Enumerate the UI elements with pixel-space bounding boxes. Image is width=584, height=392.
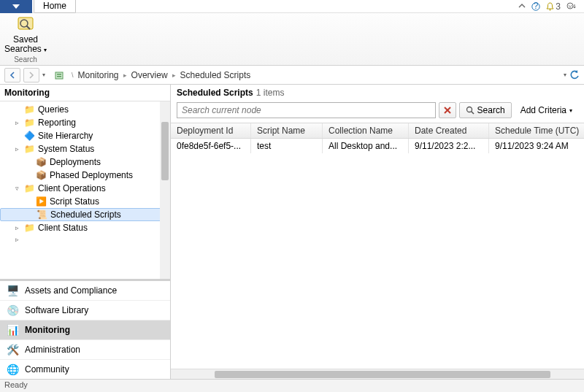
nav-back-button[interactable]	[4, 68, 20, 82]
content-header: Scheduled Scripts 1 items	[171, 85, 584, 102]
tree-item-label: Reporting	[38, 118, 76, 128]
table-body: 0fe8de5f-6ef5-...testAll Desktop and...9…	[171, 139, 584, 153]
help-icon[interactable]: ?	[531, 2, 540, 11]
tree-item-reporting[interactable]: ▹📁Reporting	[0, 116, 170, 129]
left-panel-header: Monitoring	[0, 85, 170, 101]
chevron-down-icon: ▾	[569, 107, 572, 114]
table-cell: test	[251, 139, 323, 153]
tree-item-queries[interactable]: 📁Queries	[0, 103, 170, 116]
system-menu-button[interactable]	[0, 0, 32, 13]
tree-item-label: Phased Deployments	[50, 170, 133, 180]
breadcrumb-monitoring[interactable]: Monitoring	[78, 70, 119, 80]
svg-rect-9	[55, 72, 63, 79]
ribbon-section-search: Search	[14, 55, 37, 64]
column-header[interactable]: Deployment Id	[171, 123, 251, 138]
table-cell: 9/11/2023 2:2...	[409, 139, 489, 153]
refresh-button[interactable]	[569, 70, 580, 80]
content-panel: Scheduled Scripts 1 items Search Add Cri…	[171, 85, 584, 379]
tree-item-label: Site Hierarchy	[38, 131, 93, 141]
content-item-count: 1 items	[256, 88, 285, 98]
horizontal-scrollbar[interactable]	[171, 369, 584, 379]
svg-rect-11	[57, 76, 61, 77]
tree-item-label: Client Status	[38, 223, 88, 233]
wunderbar-icon: 🖥️	[6, 285, 19, 296]
svg-point-2	[550, 9, 551, 10]
nav-forward-button[interactable]	[23, 68, 39, 82]
tree-scrollbar[interactable]	[160, 101, 170, 279]
wunderbar-monitoring[interactable]: 📊Monitoring	[0, 320, 170, 339]
results-table-wrap: Deployment IdScript NameCollection NameD…	[171, 123, 584, 379]
tree-item-client-operations[interactable]: ▿📁Client Operations	[0, 182, 170, 195]
search-button[interactable]: Search	[459, 102, 512, 118]
svg-rect-10	[57, 74, 61, 75]
tree-item-label: Queries	[38, 104, 69, 115]
tree-item-icon: 📁	[23, 183, 35, 193]
search-input[interactable]	[177, 102, 436, 118]
workspace: Monitoring 📁Queries▹📁Reporting🔷Site Hier…	[0, 85, 584, 379]
title-bar: Home ? 3	[0, 0, 584, 13]
search-bar: Search Add Criteria ▾	[171, 102, 584, 123]
scrollbar-thumb[interactable]	[215, 371, 550, 378]
tab-home[interactable]: Home	[34, 0, 76, 13]
add-criteria-button[interactable]: Add Criteria ▾	[515, 102, 578, 118]
wunderbar-administration[interactable]: 🛠️Administration	[0, 339, 170, 359]
wunderbar-assets-and-compliance[interactable]: 🖥️Assets and Compliance	[0, 280, 170, 300]
tree-item-scheduled-scripts[interactable]: 📜Scheduled Scripts	[0, 208, 170, 221]
breadcrumb-overview[interactable]: Overview	[131, 70, 168, 80]
wunderbar-icon: 📊	[6, 324, 19, 336]
column-header[interactable]: Date Created	[409, 123, 489, 138]
breadcrumb-scheduled-scripts[interactable]: Scheduled Scripts	[180, 70, 251, 80]
table-cell: 0fe8de5f-6ef5-...	[171, 139, 251, 153]
tree-item-icon: ▶️	[35, 196, 47, 207]
breadcrumb: \ Monitoring ▸ Overview ▸ Scheduled Scri…	[67, 70, 561, 80]
tree-item-label: Deployments	[50, 157, 101, 167]
saved-searches-icon	[16, 15, 35, 34]
column-header[interactable]: Script Name	[251, 123, 323, 138]
notifications-icon[interactable]: 3	[546, 1, 561, 12]
saved-searches-button[interactable]: Saved Searches ▾ Search	[0, 13, 51, 65]
tree-item-script-status[interactable]: ▶️Script Status	[0, 195, 170, 208]
wunderbar: 🖥️Assets and Compliance💿Software Library…	[0, 279, 170, 379]
wunderbar-label: Assets and Compliance	[25, 285, 117, 296]
expand-toggle[interactable]: ▹	[13, 236, 20, 243]
tree-item-site-hierarchy[interactable]: 🔷Site Hierarchy	[0, 129, 170, 142]
chevron-right-icon: ▸	[123, 72, 127, 79]
tree-item-client-status[interactable]: ▹📁Client Status	[0, 221, 170, 234]
nav-history-caret[interactable]: ▾	[42, 72, 45, 78]
nav-dropdown-caret[interactable]: ▾	[564, 72, 566, 78]
tree-item-label: Client Operations	[38, 183, 106, 193]
tree-item-deployments[interactable]: 📦Deployments	[0, 155, 170, 169]
tree-item-item[interactable]: ▹	[0, 234, 170, 245]
wunderbar-label: Monitoring	[25, 325, 70, 335]
column-header[interactable]: Collection Name	[323, 123, 409, 138]
scrollbar-thumb[interactable]	[161, 122, 169, 180]
svg-point-4	[569, 4, 569, 5]
expand-toggle[interactable]: ▹	[13, 145, 20, 153]
wunderbar-community[interactable]: 🌐Community	[0, 359, 170, 379]
svg-point-3	[567, 3, 573, 9]
expand-toggle[interactable]: ▹	[13, 224, 20, 231]
expand-toggle[interactable]: ▹	[13, 119, 20, 126]
nav-root-icon[interactable]	[54, 70, 64, 80]
feedback-icon[interactable]	[566, 2, 577, 11]
collapse-ribbon-icon[interactable]	[518, 3, 526, 10]
clear-search-button[interactable]	[439, 102, 456, 118]
tree-item-phased-deployments[interactable]: 📦Phased Deployments	[0, 169, 170, 182]
expand-toggle[interactable]: ▿	[13, 185, 20, 192]
svg-text:?: ?	[534, 2, 539, 11]
tree-item-icon: 📁	[23, 223, 35, 233]
table-row[interactable]: 0fe8de5f-6ef5-...testAll Desktop and...9…	[171, 139, 584, 153]
wunderbar-software-library[interactable]: 💿Software Library	[0, 300, 170, 320]
svg-line-15	[471, 112, 474, 115]
tree-item-icon: 📦	[35, 170, 47, 180]
tree-item-icon: 📜	[36, 210, 47, 220]
column-header[interactable]: Schedule Time (UTC)	[489, 123, 584, 138]
results-table: Deployment IdScript NameCollection NameD…	[171, 123, 584, 153]
ribbon: Saved Searches ▾ Search	[0, 13, 584, 66]
navigation-tree: 📁Queries▹📁Reporting🔷Site Hierarchy▹📁Syst…	[0, 101, 170, 246]
notifications-count: 3	[556, 1, 561, 12]
tree-item-system-status[interactable]: ▹📁System Status	[0, 142, 170, 155]
table-cell: 9/11/2023 9:24 AM	[489, 139, 584, 153]
tree-item-icon: 📦	[35, 157, 47, 167]
saved-searches-label: Saved Searches ▾	[4, 35, 47, 54]
